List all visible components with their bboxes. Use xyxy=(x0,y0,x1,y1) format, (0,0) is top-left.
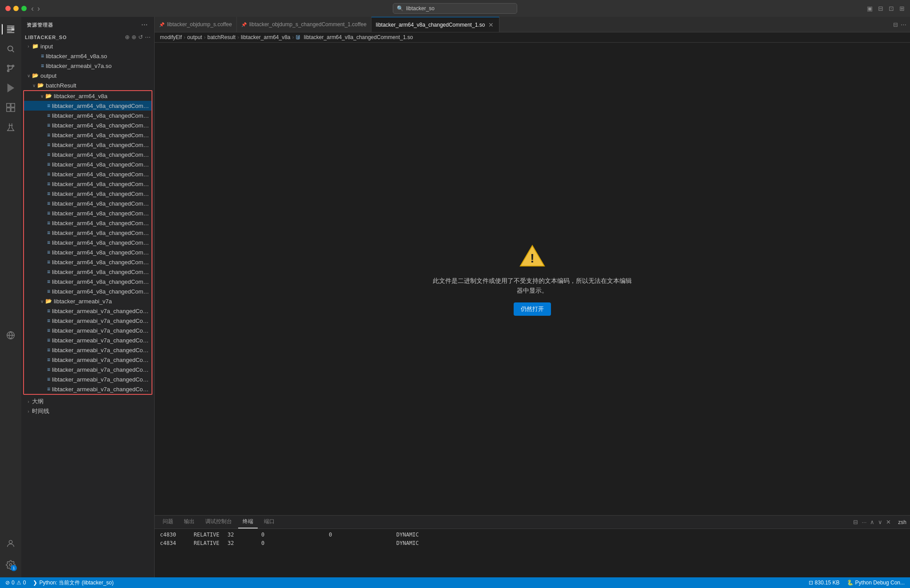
tree-item-file-15[interactable]: ≡ libtacker_arm64_v8a_changedComment_15.… xyxy=(24,238,152,247)
status-bar: ⊘ 0 ⚠ 0 ❯ Python: 当前文件 (libtacker_so) ⊡ … xyxy=(0,577,910,588)
open-anyway-button[interactable]: 仍然打开 xyxy=(514,302,551,316)
terminal-split-icon[interactable]: ⊟ xyxy=(853,519,858,525)
tree-item-batchresult[interactable]: ∨ 📂 batchResult xyxy=(21,80,154,90)
breadcrumb-output[interactable]: output xyxy=(187,34,202,40)
split-editor-icon[interactable]: ⊟ xyxy=(893,21,898,28)
tree-item-file-2[interactable]: ≡ libtacker_arm64_v8a_changedComment_2.s… xyxy=(24,111,152,120)
tree-item-input[interactable]: › 📁 input xyxy=(21,41,154,51)
new-folder-button[interactable]: ⊕ xyxy=(132,34,136,40)
debug-label: Python Debug Con... xyxy=(855,580,905,586)
sidebar-item-testing[interactable] xyxy=(2,118,20,136)
panel-tab-ports[interactable]: 端口 xyxy=(259,516,279,528)
panel-close-icon[interactable]: ✕ xyxy=(886,519,891,525)
tree-item-file-18[interactable]: ≡ libtacker_arm64_v8a_changedComment_18.… xyxy=(24,267,152,277)
tree-item-file-8[interactable]: ≡ libtacker_arm64_v8a_changedComment_8.s… xyxy=(24,169,152,179)
sidebar-item-search[interactable] xyxy=(2,40,20,58)
sidebar-item-settings[interactable]: 1 xyxy=(2,556,20,574)
tab-label-1: libtacker_objdump_s.coffee xyxy=(167,21,232,28)
title-bar: ‹ › 🔍 ▣ ⊟ ⊡ ⊞ xyxy=(0,0,910,17)
status-debug[interactable]: 🐍 Python Debug Con... xyxy=(845,580,906,586)
search-bar[interactable]: 🔍 xyxy=(393,3,517,14)
tree-item-file-14[interactable]: ≡ libtacker_arm64_v8a_changedComment_14.… xyxy=(24,228,152,238)
tree-item-file-6[interactable]: ≡ libtacker_arm64_v8a_changedComment_6.s… xyxy=(24,150,152,159)
tree-item-armeabi-5[interactable]: ≡ libtacker_armeabi_v7a_changedComment_5… xyxy=(24,345,152,355)
panel-expand-icon[interactable]: ∨ xyxy=(878,519,882,525)
tree-item-armeabi-7[interactable]: ≡ libtacker_armeabi_v7a_changedComment_7… xyxy=(24,365,152,374)
activity-bar: 1 xyxy=(0,17,21,577)
tree-item-armeabi-8[interactable]: ≡ libtacker_armeabi_v7a_changedComment_8… xyxy=(24,374,152,384)
tree-item-file-11[interactable]: ≡ libtacker_arm64_v8a_changedComment_11.… xyxy=(24,199,152,208)
collapse-button[interactable]: ⋯ xyxy=(145,34,151,40)
panel-tab-actions: ⊟ ··· ∧ ∨ ✕ zsh xyxy=(853,519,906,525)
tree-item-armeabi-folder[interactable]: ∨ 📂 libtacker_armeabi_v7a xyxy=(24,296,152,306)
tree-item-file-19[interactable]: ≡ libtacker_arm64_v8a_changedComment_19.… xyxy=(24,277,152,286)
more-tabs-icon[interactable]: ⋯ xyxy=(901,21,906,28)
sidebar-more-button[interactable]: ··· xyxy=(140,20,149,29)
tree-item-armeabi-so[interactable]: ≡ libtacker_armeabi_v7a.so xyxy=(21,61,154,71)
tree-item-armeabi-4[interactable]: ≡ libtacker_armeabi_v7a_changedComment_4… xyxy=(24,335,152,345)
sidebar-item-account[interactable] xyxy=(2,535,20,552)
close-button[interactable] xyxy=(5,6,11,11)
tree-item-file-3[interactable]: ≡ libtacker_arm64_v8a_changedComment_3.s… xyxy=(24,120,152,130)
sidebar-item-extensions[interactable] xyxy=(2,99,20,116)
tab-so-active[interactable]: libtacker_arm64_v8a_changedComment_1.so … xyxy=(371,17,499,32)
breadcrumb-batchresult[interactable]: batchResult xyxy=(208,34,235,40)
pin-icon-1: 📌 xyxy=(159,22,164,27)
forward-arrow[interactable]: › xyxy=(36,4,41,13)
tree-item-file-9[interactable]: ≡ libtacker_arm64_v8a_changedComment_9.s… xyxy=(24,179,152,189)
window-split-icon[interactable]: ⊡ xyxy=(889,5,894,12)
tree-item-file-1[interactable]: ≡ libtacker_arm64_v8a_changedComment_1.s… xyxy=(24,101,152,111)
status-file-size[interactable]: ⊡ 830.15 KB xyxy=(807,580,842,586)
tree-item-armeabi-9[interactable]: ≡ libtacker_armeabi_v7a_changedComment_9… xyxy=(24,384,152,394)
tree-item-file-20[interactable]: ≡ libtacker_arm64_v8a_changedComment_20.… xyxy=(24,286,152,296)
status-python[interactable]: ❯ Python: 当前文件 (libtacker_so) xyxy=(31,579,115,587)
panel-tab-terminal[interactable]: 终端 xyxy=(238,516,258,528)
tree-item-file-17[interactable]: ≡ libtacker_arm64_v8a_changedComment_17.… xyxy=(24,257,152,267)
editor-area: 📌 libtacker_objdump_s.coffee 📌 libtacker… xyxy=(155,17,910,577)
terminal-more-icon[interactable]: ··· xyxy=(862,519,866,525)
tree-item-file-13[interactable]: ≡ libtacker_arm64_v8a_changedComment_13.… xyxy=(24,218,152,228)
tree-item-file-12[interactable]: ≡ libtacker_arm64_v8a_changedComment_12.… xyxy=(24,208,152,218)
tree-item-file-7[interactable]: ≡ libtacker_arm64_v8a_changedComment_7.s… xyxy=(24,159,152,169)
tree-item-file-5[interactable]: ≡ libtacker_arm64_v8a_changedComment_5.s… xyxy=(24,140,152,150)
panel-tab-output[interactable]: 输出 xyxy=(180,516,199,528)
tab-coffee-1[interactable]: 📌 libtacker_objdump_s.coffee xyxy=(155,17,237,32)
refresh-button[interactable]: ↺ xyxy=(138,34,143,40)
back-arrow[interactable]: ‹ xyxy=(30,4,35,13)
tab-close-button[interactable]: ✕ xyxy=(487,21,495,28)
tree-item-file-10[interactable]: ≡ libtacker_arm64_v8a_changedComment_10.… xyxy=(24,189,152,199)
window-layout-icon[interactable]: ⊟ xyxy=(878,5,883,12)
tree-item-armeabi-2[interactable]: ≡ libtacker_armeabi_v7a_changedComment_2… xyxy=(24,316,152,326)
sidebar-item-remote[interactable] xyxy=(2,326,20,344)
panel-tab-problems[interactable]: 问题 xyxy=(158,516,178,528)
tree-item-file-16[interactable]: ≡ libtacker_arm64_v8a_changedComment_16.… xyxy=(24,247,152,257)
tree-item-file-4[interactable]: ≡ libtacker_arm64_v8a_changedComment_4.s… xyxy=(24,130,152,140)
panel-tab-debug[interactable]: 调试控制台 xyxy=(201,516,236,528)
tree-item-output[interactable]: ∨ 📂 output xyxy=(21,71,154,80)
maximize-button[interactable] xyxy=(21,6,27,11)
outline-section[interactable]: › 大纲 xyxy=(21,397,154,406)
sidebar-item-explorer[interactable] xyxy=(2,20,20,38)
breadcrumb-arm64[interactable]: libtacker_arm64_v8a xyxy=(241,34,290,40)
new-file-button[interactable]: ⊕ xyxy=(125,34,130,40)
breadcrumb-modifyelf[interactable]: modifyElf xyxy=(160,34,182,40)
sidebar-content[interactable]: › 📁 input ≡ libtacker_arm64_v8a.so ≡ lib… xyxy=(21,41,154,577)
tab-coffee-2[interactable]: 📌 libtacker_objdump_s_changedComment_1.c… xyxy=(237,17,371,32)
tree-item-arm64-so[interactable]: ≡ libtacker_arm64_v8a.so xyxy=(21,51,154,61)
window-sidebar-icon[interactable]: ▣ xyxy=(867,5,873,12)
panel-collapse-icon[interactable]: ∧ xyxy=(870,519,874,525)
timeline-section[interactable]: › 时间线 xyxy=(21,406,154,416)
breadcrumb-file: libtacker_arm64_v8a_changedComment_1.so xyxy=(296,34,413,40)
tree-item-armeabi-1[interactable]: ≡ libtacker_armeabi_v7a_changedComment_1… xyxy=(24,306,152,316)
search-input[interactable] xyxy=(406,5,513,12)
folder-open-icon-2: 📂 xyxy=(37,82,44,88)
terminal-content[interactable]: c4830 RELATIVE 32 0 0 DYNAMIC c4834 RELA… xyxy=(155,529,910,577)
tree-item-armeabi-6[interactable]: ≡ libtacker_armeabi_v7a_changedComment_6… xyxy=(24,355,152,365)
status-errors[interactable]: ⊘ 0 ⚠ 0 xyxy=(4,580,28,586)
sidebar-item-run[interactable] xyxy=(2,79,20,97)
window-max-icon[interactable]: ⊞ xyxy=(899,5,905,12)
tree-item-arm64-folder[interactable]: ∨ 📂 libtacker_arm64_v8a xyxy=(24,91,152,101)
tree-item-armeabi-3[interactable]: ≡ libtacker_armeabi_v7a_changedComment_3… xyxy=(24,326,152,335)
sidebar-item-git[interactable] xyxy=(2,60,20,77)
minimize-button[interactable] xyxy=(13,6,19,11)
